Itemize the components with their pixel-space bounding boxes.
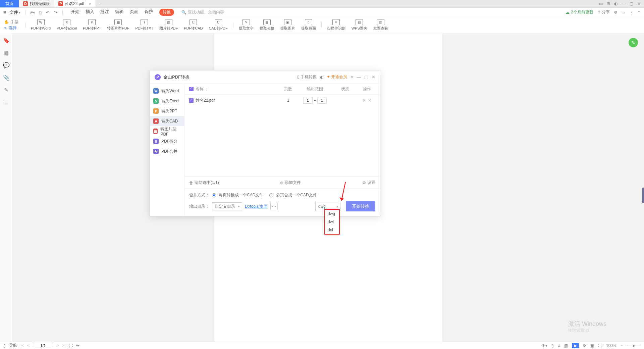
zoom-slider[interactable]: ──●── [627,343,641,348]
menu-convert[interactable]: 转换 [159,9,174,16]
minimize-icon[interactable]: — [622,1,626,6]
window-close-icon[interactable]: ✕ [637,1,641,6]
close-icon[interactable]: × [89,1,92,6]
browse-button[interactable]: ⋯ [270,203,278,210]
fit-icon[interactable]: ⛶ [69,343,73,348]
range-to-input[interactable] [317,97,327,104]
side-img-pdf[interactable]: ▦转图片型PDF [150,126,184,136]
grid-icon[interactable]: ⊞ [607,1,610,6]
right-handle[interactable] [642,188,644,203]
ribbon-invoice[interactable]: ▥发票查验 [371,19,390,31]
last-page-icon[interactable]: >| [62,343,65,348]
menu-page[interactable]: 页面 [130,9,139,16]
view-single-icon[interactable]: ▯ [551,343,554,348]
ribbon-extract-table[interactable]: ▦提取表格 [258,19,276,31]
crop-icon[interactable]: ▣ [590,343,594,348]
play-icon[interactable]: ▶ [572,343,579,348]
attachment-icon[interactable]: 📎 [3,74,10,81]
avatar-icon[interactable]: ◐ [614,1,618,6]
menu-insert[interactable]: 插入 [86,9,94,16]
radio-each-page[interactable] [212,193,216,197]
ribbon-pdf-ppt[interactable]: PPDF转PPT [81,19,103,31]
side-to-ppt[interactable]: P转为PPT [150,106,184,116]
maximize-icon[interactable]: ▢ [630,1,633,6]
dialog-menu-icon[interactable]: ≡ [351,74,353,80]
page-input[interactable] [33,343,53,348]
menu-edit[interactable]: 编辑 [115,9,124,16]
new-tab-button[interactable]: ＋ [96,0,106,7]
image-panel-icon[interactable]: ▨ [4,50,9,56]
eye-icon[interactable]: 👁▾ [541,343,547,348]
more-icon[interactable]: ⋮ [629,10,633,15]
dialog-close-icon[interactable]: ✕ [372,74,375,80]
format-option-dwt[interactable]: dwt [325,218,339,226]
view-continuous-icon[interactable]: ≡ [558,343,560,348]
ribbon-cad-pdf[interactable]: CCAD转PDF [207,19,229,31]
ribbon-extract-page[interactable]: ▯提取页面 [299,19,318,31]
clear-selected[interactable]: 🗑清除选中(1/1) [189,180,219,186]
nav-label[interactable]: 导航 [9,343,17,348]
menu-annotate[interactable]: 批注 [100,9,109,16]
layout-icon[interactable]: ▭ [599,1,603,6]
out-dir-select[interactable]: 自定义目录 [212,202,242,210]
checkbox-row[interactable] [189,98,194,103]
ribbon-to-img-pdf[interactable]: ▦转图片型PDF [105,19,131,31]
floating-action-button[interactable]: ✎ [629,38,638,47]
tab-active-doc[interactable]: P 姓名22.pdf × [54,0,96,7]
range-from-input[interactable] [303,97,313,104]
ribbon-extract-image[interactable]: ▣提取图片 [278,19,297,31]
first-page-icon[interactable]: |< [20,343,24,348]
redo-icon[interactable]: ↷ [54,10,58,15]
menu-protect[interactable]: 保护 [145,9,153,16]
undo-icon[interactable]: ↶ [46,10,50,15]
ribbon-pdf-word[interactable]: WPDF转Word [29,19,53,31]
tab-templates[interactable]: D 找稻壳模板 [19,0,54,7]
out-path-link[interactable]: D:/tools/桌面 [245,204,268,209]
format-option-dxf[interactable]: dxf [325,226,339,234]
radio-merge-pages[interactable] [269,193,273,197]
ribbon-ocr[interactable]: ⌗扫描件识别 [325,19,347,31]
vip-button[interactable]: ✦ 开通会员 [327,74,347,80]
fit-width-icon[interactable]: ⇔ [76,343,79,348]
signature-icon[interactable]: ✎ [4,87,8,93]
add-file[interactable]: ⊕添加文件 [280,180,301,186]
dialog-min-icon[interactable]: — [357,74,361,80]
settings-button[interactable]: ⚙设置 [362,180,375,186]
layers-icon[interactable]: ≣ [4,99,8,106]
delete-icon[interactable]: ✕ [368,98,371,103]
side-to-word[interactable]: W转为Word [150,86,184,96]
ribbon-pdf-cad[interactable]: CPDF转CAD [182,19,205,31]
tab-home[interactable]: 首页 [0,0,19,7]
checkbox-all[interactable] [189,87,194,91]
side-to-cad[interactable]: A转为CAD [150,116,184,126]
search-box[interactable]: 🔍 查找功能、文档内容 [181,9,224,15]
bookmark-icon[interactable]: 🔖 [3,37,10,44]
share-button[interactable]: ⇪ 分享 [597,9,610,15]
tool-select[interactable]: ↖选择 [4,25,18,31]
sort-icon[interactable]: ↕ [206,87,208,92]
start-convert-button[interactable]: 开始转换 [346,201,375,211]
mobile-convert[interactable]: ▯ 手机转换 [297,74,317,80]
tool-hand[interactable]: ✋手型 [4,19,18,25]
ribbon-extract-text[interactable]: ✎提取文字 [237,19,256,31]
prev-page-icon[interactable]: < [27,343,30,348]
gear-icon[interactable]: ⚙ [614,10,618,15]
side-pdf-split[interactable]: ⇅PDF拆分 [150,136,184,146]
avatar-small-icon[interactable]: ◐ [320,75,323,80]
print-icon[interactable]: ⎙ [39,10,42,15]
panel-icon[interactable]: ▯ [3,343,6,348]
sync-status[interactable]: ☁ 2个月前更新 [566,9,593,15]
dialog-max-icon[interactable]: ▢ [364,74,368,80]
copy-icon[interactable]: ⎘ [363,98,365,103]
comment-icon[interactable]: 💬 [3,62,10,68]
ribbon-pdf-excel[interactable]: XPDF转Excel [55,19,79,31]
view-grid-icon[interactable]: ▦ [564,343,568,348]
rotate-icon[interactable]: ⟳ [583,343,586,348]
side-to-excel[interactable]: S转为Excel [150,96,184,106]
hamburger-icon[interactable]: ≡ [3,10,6,15]
zoom-label[interactable]: 100% [606,343,616,348]
file-menu[interactable]: 文件 [9,9,20,15]
window-icon[interactable]: ▭ [622,10,625,15]
side-pdf-merge[interactable]: ⇆PDF合并 [150,146,184,156]
menu-start[interactable]: 开始 [71,9,79,16]
